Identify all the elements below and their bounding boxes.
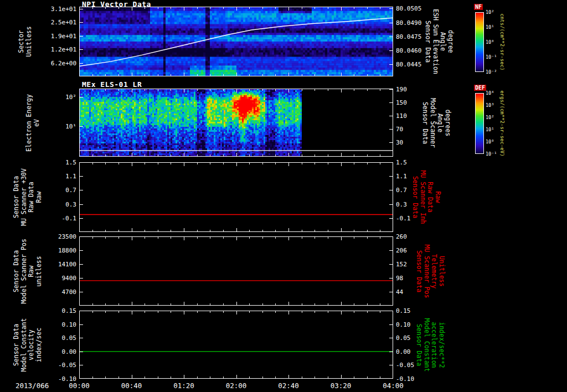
plot-stage: NPI Vector Data MEx ELS-01 LR NF cnts/(c… [0,0,567,392]
panel-0-left-axis-title: Sector Unitless [18,26,33,56]
x-tick-label: 00:00 [69,381,90,390]
y-tick-label: 0.00 [396,348,411,354]
y-tick-label: 98 [396,275,403,281]
y-tick-label: 206 [396,247,407,254]
y-tick-label: 0.3 [396,201,407,207]
y-tick-label: 6.2e+00 [51,60,76,66]
y-tick-label: 80.0460 [396,47,421,53]
colorbar-tick-label: 10⁰ [486,39,494,45]
y-tick-label: 0.15 [396,308,411,314]
nf-colorbar-gradient [475,12,484,72]
y-tick-label: 9400 [62,275,77,281]
panel-1-right-axis-title: degrees Angle Model Scanner Sensor Data [421,97,451,147]
panel-2-right-axis-title: Raw Raw Data MU Scanner Inh Sensor Data [411,171,441,224]
y-tick-label: 18800 [58,247,76,254]
panel-1-left-axis-title: Electron Energy eV [25,94,40,152]
colorbar-tick-label: 10⁻¹ [486,151,497,157]
y-tick-label: 0.7 [396,187,407,193]
mu-scanner-30v-canvas [79,162,393,232]
x-tick-label: 01:20 [173,381,194,390]
y-tick-label: 152 [396,261,407,267]
nf-colorbar-label: NF [474,4,483,10]
mu-scanner-30v-panel [79,162,393,232]
nf-colorbar-units: cnts/(cm**2-sr-sec) [499,14,505,71]
y-tick-label: 80.0490 [396,19,421,25]
y-tick-label: 0.10 [396,321,411,327]
y-tick-label: 0.05 [396,335,411,341]
model-constant-velocity-panel [79,311,393,379]
y-tick-label: 1.5 [65,159,76,166]
y-tick-label: -0.05 [396,362,414,368]
panel-3-right-axis-title: Unitless Telemetry MU Scanner Pos Sensor… [415,244,445,298]
y-tick-label: 10² [65,94,76,100]
y-tick-label: 44 [396,289,403,295]
y-tick-label: 80.0475 [396,33,421,39]
x-tick-label: 02:00 [226,381,247,390]
def-colorbar-gradient [475,93,484,154]
y-tick-label: 80.0505 [396,6,421,12]
def-colorbar-units: ergs/(cm**2-sr-sec-eV) [499,90,505,156]
y-tick-label: 0.3 [65,201,76,207]
y-tick-label: 0.10 [62,321,77,327]
nf-colorbar: NF cnts/(cm**2-sr-sec) [475,12,484,72]
y-tick-label: 70 [396,126,403,132]
model-scanner-pos-canvas [79,236,393,306]
colorbar-tick-label: 10³ [486,102,494,108]
y-tick-label: 110 [396,113,407,119]
y-tick-label: 0.7 [65,187,76,193]
colorbar-tick-label: 10² [486,9,494,15]
y-tick-label: 1.9e+01 [51,33,76,39]
y-tick-label: 1.1 [396,173,407,179]
x-tick-label: 03:20 [331,381,352,390]
y-tick-label: -0.10 [58,376,76,382]
y-tick-label: 260 [396,234,407,240]
x-tick-label: 04:00 [383,381,404,390]
y-tick-label: 0.00 [62,348,77,354]
x-tick-label: 00:40 [121,381,142,390]
colorbar-tick-label: 10¹ [486,24,494,30]
y-tick-label: -0.05 [58,362,76,368]
els-spectrogram-canvas [79,89,393,157]
panel-2-left-axis-title: Sensor Data MU Scanner +30V Raw Data Raw [13,168,43,226]
y-tick-label: 1.5 [396,159,407,166]
els-spectrogram-panel [79,89,393,157]
model-scanner-pos-panel [79,236,393,306]
def-colorbar-label: DEF [474,85,486,91]
npi-spectrogram-canvas [79,7,393,76]
y-tick-label: 10¹ [65,123,76,130]
y-tick-label: 0.15 [62,308,77,314]
y-tick-label: -0.1 [62,215,77,221]
y-tick-label: 1.2e+01 [51,47,76,53]
colorbar-tick-label: 10⁻¹ [486,54,497,60]
y-tick-label: 23500 [58,234,76,240]
y-tick-label: 3.1e+01 [51,6,76,12]
y-tick-label: -0.10 [396,376,414,382]
y-tick-label: 1.1 [65,173,76,179]
y-tick-label: 30 [396,140,403,146]
colorbar-tick-label: 10¹ [486,127,494,132]
date-label: 2013/066 [16,381,49,390]
model-constant-velocity-canvas [79,311,393,379]
npi-spectrogram-panel [79,7,393,76]
panel-3-left-axis-title: Sensor Data Model Scanner Pos Raw unitle… [13,239,43,304]
colorbar-tick-label: 10⁰ [486,139,494,145]
y-tick-label: -0.1 [396,215,411,221]
els-panel-title: MEx ELS-01 LR [82,80,142,89]
y-tick-label: 150 [396,100,407,106]
y-tick-label: 14100 [58,261,76,267]
y-tick-label: 4700 [62,289,77,295]
y-tick-label: 0.05 [62,335,77,341]
colorbar-tick-label: 10² [486,115,494,120]
colorbar-tick-label: 10⁻² [486,69,497,75]
panel-4-right-axis-title: index/sec**2 acceleration Model Constant… [415,318,445,372]
panel-0-right-axis-title: degree Angle ESH Sun Elevation Sensor Da… [424,9,454,74]
x-tick-label: 02:40 [278,381,299,390]
def-colorbar: DEF ergs/(cm**2-sr-sec-eV) [475,93,484,154]
y-tick-label: 2.5e+01 [51,19,76,25]
panel-4-left-axis-title: Sensor Data Model Constant velocity inde… [13,318,43,372]
colorbar-tick-label: 10⁴ [486,90,494,96]
y-tick-label: 190 [396,86,407,92]
y-tick-label: 80.0445 [396,61,421,68]
